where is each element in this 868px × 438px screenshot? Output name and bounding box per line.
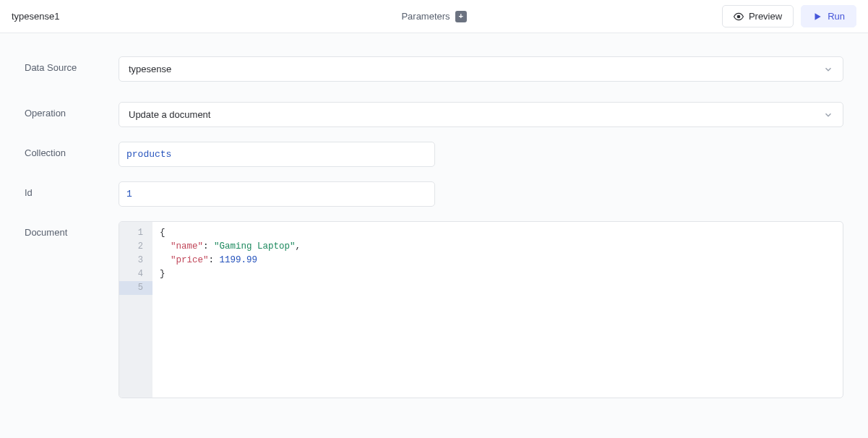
label-id: Id xyxy=(25,181,119,198)
line-number: 3 xyxy=(119,254,152,267)
code-token: "name" xyxy=(171,241,203,252)
row-collection: Collection xyxy=(25,142,843,167)
code-token: : xyxy=(209,255,220,265)
parameters-section[interactable]: Parameters + xyxy=(401,11,466,22)
run-button[interactable]: Run xyxy=(801,5,856,27)
header-bar: typesense1 Parameters + Preview Run xyxy=(0,0,868,33)
row-data-source: Data Source typesense xyxy=(25,56,843,82)
chevron-down-icon xyxy=(823,110,833,120)
label-data-source: Data Source xyxy=(25,56,119,73)
play-icon xyxy=(812,12,822,22)
parameters-label: Parameters xyxy=(401,11,450,22)
collection-input[interactable] xyxy=(119,142,435,167)
code-token: , xyxy=(296,241,301,252)
code-token: "price" xyxy=(171,255,209,265)
row-id: Id xyxy=(25,181,843,207)
line-number: 2 xyxy=(119,240,152,254)
id-input[interactable] xyxy=(119,181,435,207)
code-token: } xyxy=(160,269,166,279)
line-number: 1 xyxy=(119,226,152,240)
resource-title: typesense1 xyxy=(12,11,60,22)
line-number: 5 xyxy=(119,281,152,295)
label-collection: Collection xyxy=(25,142,119,158)
line-number: 4 xyxy=(119,267,152,281)
run-label: Run xyxy=(828,11,845,22)
code-token: 1199.99 xyxy=(220,255,258,265)
form-content: Data Source typesense Operation Update a… xyxy=(0,33,868,438)
row-operation: Operation Update a document xyxy=(25,102,843,127)
row-document: Document 1 2 3 4 5 { "name": "Gaming Lap… xyxy=(25,221,843,398)
preview-button[interactable]: Preview xyxy=(722,5,794,27)
operation-select[interactable]: Update a document xyxy=(119,102,843,127)
code-token: { xyxy=(160,228,166,238)
header-actions: Preview Run xyxy=(722,5,856,27)
chevron-down-icon xyxy=(823,64,833,74)
data-source-select[interactable]: typesense xyxy=(119,56,843,82)
plus-icon[interactable]: + xyxy=(455,11,467,22)
preview-label: Preview xyxy=(749,11,782,22)
operation-value: Update a document xyxy=(129,109,210,120)
label-operation: Operation xyxy=(25,102,119,119)
data-source-value: typesense xyxy=(129,64,171,74)
document-editor[interactable]: 1 2 3 4 5 { "name": "Gaming Laptop", "pr… xyxy=(119,221,843,398)
line-gutter: 1 2 3 4 5 xyxy=(119,222,152,398)
code-area[interactable]: { "name": "Gaming Laptop", "price": 1199… xyxy=(152,222,843,398)
label-document: Document xyxy=(25,221,119,238)
eye-icon xyxy=(734,12,744,22)
code-token: "Gaming Laptop" xyxy=(214,241,296,252)
code-token: : xyxy=(203,241,214,252)
svg-point-0 xyxy=(737,15,740,18)
